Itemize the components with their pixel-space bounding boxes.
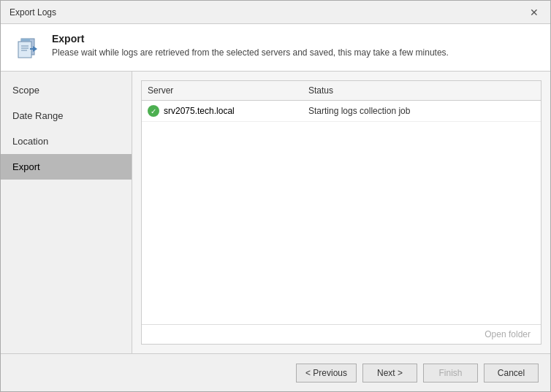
open-folder-button[interactable]: Open folder: [480, 328, 535, 341]
svg-rect-2: [18, 42, 31, 58]
content-area: Scope Date Range Location Export Server …: [1, 72, 550, 353]
column-server-header: Server: [148, 85, 308, 96]
row-server-cell: ✓ srv2075.tech.local: [148, 105, 308, 117]
table-container: Server Status ✓ srv2075.tech.local Start…: [141, 80, 542, 345]
sidebar-item-export[interactable]: Export: [1, 154, 132, 180]
header-section: Export Please wait while logs are retrie…: [1, 24, 550, 72]
title-bar: Export Logs ✕: [1, 1, 550, 24]
footer: < Previous Next > Finish Cancel: [1, 353, 550, 391]
export-icon: [12, 33, 42, 62]
table-body: ✓ srv2075.tech.local Starting logs colle…: [142, 101, 541, 324]
main-panel: Server Status ✓ srv2075.tech.local Start…: [132, 72, 550, 353]
dialog-title: Export Logs: [10, 7, 56, 18]
header-title: Export: [52, 33, 449, 45]
row-status-cell: Starting logs collection job: [308, 106, 535, 116]
sidebar-item-date-range[interactable]: Date Range: [1, 103, 132, 128]
close-button[interactable]: ✕: [527, 5, 542, 20]
column-status-header: Status: [308, 85, 535, 96]
sidebar-item-location[interactable]: Location: [1, 128, 132, 154]
header-text: Export Please wait while logs are retrie…: [52, 33, 449, 58]
table-row: ✓ srv2075.tech.local Starting logs colle…: [142, 101, 541, 122]
open-folder-row: Open folder: [142, 324, 541, 344]
finish-button[interactable]: Finish: [423, 364, 478, 383]
server-name: srv2075.tech.local: [164, 106, 235, 116]
header-description: Please wait while logs are retrieved fro…: [52, 47, 449, 58]
next-button[interactable]: Next >: [362, 364, 417, 383]
table-header: Server Status: [142, 81, 541, 101]
previous-button[interactable]: < Previous: [296, 364, 357, 383]
sidebar: Scope Date Range Location Export: [1, 72, 132, 353]
cancel-button[interactable]: Cancel: [484, 364, 539, 383]
status-check-icon: ✓: [148, 105, 159, 117]
sidebar-item-scope[interactable]: Scope: [1, 77, 132, 103]
svg-rect-1: [21, 39, 30, 41]
dialog: Export Logs ✕ Export Please wait while l…: [0, 0, 551, 392]
